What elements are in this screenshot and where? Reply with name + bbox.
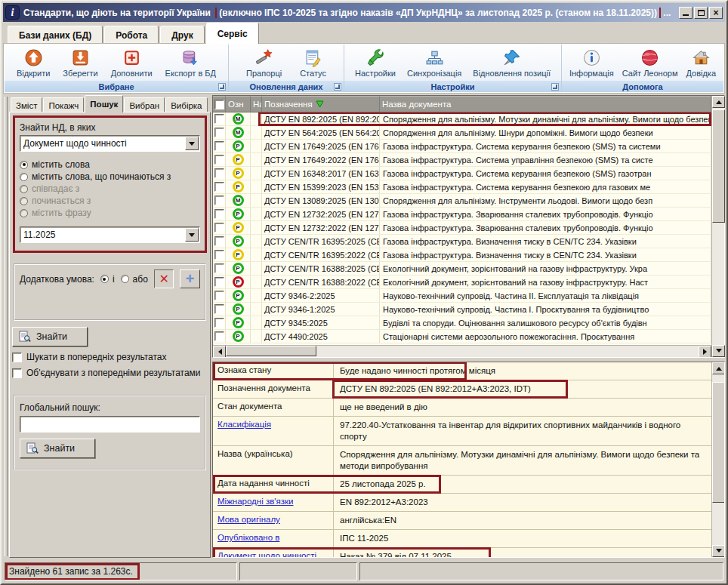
filter-icon[interactable]	[316, 100, 324, 108]
sidebar-tab-vybran[interactable]: Вибран	[124, 97, 165, 112]
table-row[interactable]: Р ДСТУ EN 17649:2022 (EN 17649:2022, Газ…	[213, 153, 711, 167]
row-checkbox[interactable]	[214, 196, 224, 205]
detail-link[interactable]: Опубліковано в	[217, 533, 279, 542]
tab-robota[interactable]: Робота	[104, 26, 159, 44]
detail-link[interactable]: Мова оригіналу	[217, 515, 280, 524]
export-db-button[interactable]: Експорт в БД	[162, 46, 220, 79]
chevron-down-icon[interactable]	[185, 137, 199, 150]
checkbox-search-previous[interactable]: Шукати в попередніх результатах	[12, 352, 208, 362]
row-checkbox[interactable]	[214, 304, 224, 314]
horizontal-track[interactable]	[226, 346, 699, 357]
detail-link[interactable]: Документ щодо чинності	[217, 551, 316, 557]
row-checkbox[interactable]	[214, 331, 224, 341]
row-checkbox[interactable]	[214, 263, 224, 273]
select-all-checkbox[interactable]	[214, 100, 224, 109]
detail-link[interactable]: Класифікація	[217, 420, 271, 429]
horizontal-scrollbar[interactable]	[213, 345, 711, 357]
vertical-track[interactable]	[712, 108, 724, 345]
vertical-thumb[interactable]	[712, 382, 725, 503]
status-button[interactable]: Статус	[296, 46, 330, 79]
site-leonorm-button[interactable]: Сайт Леонорм	[618, 46, 682, 79]
sidebar-tab-poshuk[interactable]: Пошук	[85, 95, 123, 112]
table-row[interactable]: Р ДСТУ EN 12732:2025 (EN 12732:2021, Газ…	[213, 208, 711, 221]
sidebar-tab-pokazhch[interactable]: Покажч	[43, 97, 84, 112]
checkbox-merge-previous[interactable]: Об'єднувати з попередніми результатами	[12, 368, 208, 378]
table-row[interactable]: Р ДСТУ CEN/TR 16388:2025 (CEN/TR 16388 Е…	[213, 262, 711, 276]
maximize-button[interactable]	[694, 7, 708, 19]
detail-link[interactable]: Міжнародні зв'язки	[217, 497, 293, 506]
table-row[interactable]: Р ДСТУ EN 15399:2023 (EN 15399:2018, Газ…	[213, 180, 711, 194]
row-checkbox[interactable]	[214, 155, 224, 165]
info-button[interactable]: Інформація	[566, 46, 618, 79]
radio-and[interactable]: і	[100, 273, 115, 285]
row-checkbox[interactable]	[214, 223, 224, 232]
vertical-thumb[interactable]	[712, 109, 725, 223]
scroll-up-button[interactable]	[712, 362, 725, 374]
header-ozn[interactable]: Озн	[226, 96, 251, 112]
radio-starts-with-words[interactable]: містить слова, що починаються з	[20, 171, 200, 183]
help-button[interactable]: Довідка	[682, 46, 720, 79]
table-row[interactable]: М ДСТУ EN 13089:2025 (EN 13089:2011+ Спо…	[213, 194, 711, 208]
header-nazva[interactable]: Назва документа	[380, 96, 711, 112]
tab-druk[interactable]: Друк	[160, 26, 204, 44]
table-row[interactable]: Р ДСТУ 9346-1:2025 Науково-технічний суп…	[213, 303, 711, 316]
table-row[interactable]: Р ДСТУ 9345:2025 Будівлі та споруди. Оці…	[213, 316, 711, 330]
radio-or[interactable]: або	[121, 273, 148, 285]
row-checkbox[interactable]	[214, 182, 224, 192]
flags-button[interactable]: Прапорці	[242, 46, 285, 79]
tab-databases[interactable]: Бази даних (БД)	[8, 26, 103, 44]
radio-contains-words[interactable]: містить слова	[20, 159, 200, 171]
add-condition-button[interactable]: +	[180, 269, 200, 288]
sidebar-tab-zmist[interactable]: Зміст	[11, 97, 42, 112]
vertical-track[interactable]	[712, 374, 724, 545]
restore-position-button[interactable]: Відновлення позиції	[469, 46, 554, 79]
chevron-down-icon[interactable]	[185, 228, 199, 242]
scroll-down-button[interactable]	[712, 345, 725, 357]
header-checkbox-column[interactable]	[213, 96, 226, 112]
dialog-launcher-icon[interactable]	[334, 83, 341, 91]
table-row[interactable]: Р ДСТУ 9346-2:2025 Науково-технічний суп…	[213, 289, 711, 303]
scroll-left-button[interactable]	[213, 346, 226, 357]
table-row[interactable]: Р ДСТУ EN 12732:2022 (EN 12732:2021, Газ…	[213, 221, 711, 235]
open-button[interactable]: Відкрити	[13, 46, 54, 79]
horizontal-thumb[interactable]	[226, 346, 316, 356]
table-row[interactable]: М ДСТУ EN 892:2025 (EN 892:2012+A3:2023,…	[213, 112, 711, 126]
append-button[interactable]: Доповнити	[107, 46, 156, 79]
table-row[interactable]: Р ДСТУ CEN/TR 16395:2022 (CEN/TR 16395 Г…	[213, 248, 711, 262]
sync-button[interactable]: Синхронізація	[403, 46, 465, 79]
header-naya[interactable]: Ная	[251, 96, 262, 112]
dialog-launcher-icon[interactable]	[551, 83, 559, 91]
table-row[interactable]: Р ДСТУ CEN/TR 16395:2025 (CEN/TR 16395 Г…	[213, 235, 711, 248]
sidebar-tab-vybirka[interactable]: Вибірка	[165, 97, 207, 112]
row-checkbox[interactable]	[214, 236, 224, 246]
table-row[interactable]: Р ДСТУ EN 17649:2025 (EN 17649:2022, Газ…	[213, 140, 711, 153]
table-row[interactable]: М ДСТУ EN 564:2025 (EN 564:2023, IDT) Сп…	[213, 126, 711, 140]
dialog-launcher-icon[interactable]	[218, 83, 226, 91]
global-search-input[interactable]	[20, 416, 200, 433]
row-checkbox[interactable]	[214, 250, 224, 260]
search-field-select[interactable]: Документ щодо чинності	[20, 135, 200, 152]
scroll-up-button[interactable]	[712, 96, 725, 108]
row-checkbox[interactable]	[214, 291, 224, 300]
close-button[interactable]: ×	[709, 7, 723, 19]
find-button[interactable]: Знайти	[12, 327, 88, 346]
tab-servis[interactable]: Сервіс	[206, 23, 259, 44]
left-splitter-gutter[interactable]	[3, 95, 9, 558]
header-poznachennya[interactable]: Позначення	[262, 96, 380, 112]
remove-condition-button[interactable]: ✕	[154, 269, 174, 288]
minimize-button[interactable]	[679, 7, 693, 19]
row-checkbox[interactable]	[214, 209, 224, 219]
row-checkbox[interactable]	[214, 277, 224, 287]
settings-button[interactable]: Настройки	[351, 46, 399, 79]
search-term-select[interactable]: 11.2025	[20, 226, 200, 243]
table-row[interactable]: Р ДСТУ 4490:2025 Стаціонарні системи аер…	[213, 330, 711, 343]
table-row[interactable]: Р ДСТУ EN 16348:2017 (EN 16348:2013, Газ…	[213, 167, 711, 180]
details-vertical-scrollbar[interactable]	[711, 362, 724, 557]
scroll-down-button[interactable]	[712, 545, 725, 557]
row-checkbox[interactable]	[214, 128, 224, 137]
row-checkbox[interactable]	[214, 114, 224, 124]
row-checkbox[interactable]	[214, 168, 224, 178]
global-find-button[interactable]: Знайти	[20, 439, 95, 458]
table-row[interactable]: Р ДСТУ CEN/TR 16388:2022 (CEN/TR 16388 Е…	[213, 276, 711, 289]
table-vertical-scrollbar[interactable]	[711, 96, 724, 357]
